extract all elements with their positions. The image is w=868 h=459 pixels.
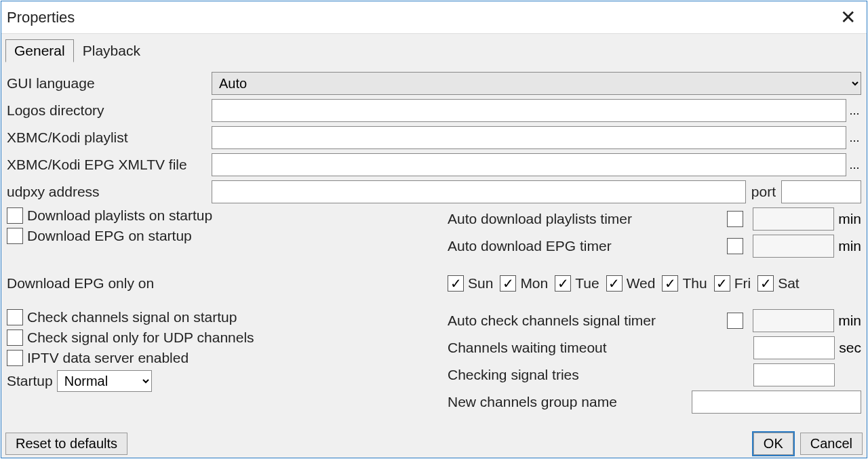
sec-unit: sec [839, 340, 861, 356]
day-sun-label: Sun [468, 275, 493, 292]
close-icon[interactable]: ✕ [835, 8, 861, 27]
auto-check-signal-spinner[interactable]: ▲▼ [753, 309, 834, 332]
day-sat-label: Sat [778, 275, 800, 292]
logos-dir-label: Logos directory [7, 102, 212, 119]
iptv-server-checkbox[interactable] [7, 350, 23, 366]
kodi-epg-browse-button[interactable]: ... [848, 158, 861, 172]
kodi-playlist-label: XBMC/Kodi playlist [7, 129, 212, 146]
days-group: Sun Mon Tue Wed Thu Fri Sat [448, 275, 861, 292]
kodi-epg-label: XBMC/Kodi EPG XMLTV file [7, 157, 212, 173]
auto-dl-epg-spinner[interactable]: ▲▼ [753, 235, 834, 258]
check-udp-label: Check signal only for UDP channels [27, 330, 254, 346]
auto-dl-epg-label: Auto download EPG timer [448, 238, 727, 254]
day-sat-checkbox[interactable] [757, 275, 774, 292]
logos-dir-browse-button[interactable]: ... [848, 104, 861, 118]
day-fri-label: Fri [734, 275, 751, 292]
auto-dl-playlists-checkbox[interactable] [727, 211, 743, 227]
window-title: Properties [7, 9, 835, 26]
tab-general[interactable]: General [5, 39, 74, 62]
day-thu-label: Thu [682, 275, 707, 292]
min-unit: min [838, 238, 861, 254]
min-unit: min [838, 211, 861, 227]
gui-language-select[interactable]: Auto [212, 72, 861, 95]
auto-check-signal-checkbox[interactable] [727, 313, 743, 329]
properties-window: Properties ✕ General Playback GUI langua… [1, 1, 867, 458]
kodi-playlist-browse-button[interactable]: ... [848, 131, 861, 145]
day-wed-checkbox[interactable] [606, 275, 623, 292]
day-wed-label: Wed [627, 275, 656, 292]
day-mon-checkbox[interactable] [500, 275, 516, 292]
day-mon-label: Mon [520, 275, 548, 292]
min-unit: min [838, 313, 861, 329]
auto-dl-epg-checkbox[interactable] [727, 238, 743, 254]
tab-content-general: GUI language Auto Logos directory ... XB… [5, 66, 863, 425]
check-udp-checkbox[interactable] [7, 330, 23, 346]
udpxy-input[interactable] [212, 180, 746, 203]
day-tue-checkbox[interactable] [555, 275, 571, 292]
auto-dl-playlists-spinner[interactable]: ▲▼ [753, 207, 834, 231]
new-group-label: New channels group name [448, 394, 692, 410]
new-group-input[interactable] [692, 391, 861, 414]
titlebar: Properties ✕ [1, 1, 867, 34]
udpxy-label: udpxy address [7, 184, 212, 200]
auto-check-signal-label: Auto check channels signal timer [448, 313, 727, 329]
day-fri-checkbox[interactable] [714, 275, 730, 292]
ch-waiting-spinner[interactable]: ▲▼ [753, 336, 835, 359]
day-tue-label: Tue [575, 275, 599, 292]
auto-dl-playlists-label: Auto download playlists timer [448, 211, 727, 227]
cancel-button[interactable]: Cancel [800, 433, 863, 455]
startup-select[interactable]: Normal [57, 370, 152, 392]
dl-epg-checkbox[interactable] [7, 228, 23, 244]
gui-language-label: GUI language [7, 75, 212, 92]
dl-epg-only-label: Download EPG only on [7, 275, 154, 292]
iptv-server-label: IPTV data server enabled [27, 350, 189, 366]
day-thu-checkbox[interactable] [662, 275, 678, 292]
port-input[interactable] [781, 180, 861, 203]
tab-playback[interactable]: Playback [74, 39, 149, 62]
kodi-epg-input[interactable] [212, 153, 846, 176]
day-sun-checkbox[interactable] [448, 275, 464, 292]
check-tries-spinner[interactable]: ▲▼ [753, 363, 835, 386]
dl-epg-label: Download EPG on startup [27, 228, 192, 244]
reset-button[interactable]: Reset to defaults [5, 433, 127, 455]
logos-dir-input[interactable] [212, 99, 846, 122]
check-tries-label: Checking signal tries [448, 367, 753, 383]
footer: Reset to defaults OK Cancel [5, 433, 863, 455]
dl-playlists-checkbox[interactable] [7, 207, 23, 224]
port-label: port [751, 184, 776, 200]
dl-playlists-label: Download playlists on startup [27, 207, 212, 224]
check-signal-label: Check channels signal on startup [27, 309, 237, 325]
startup-label: Startup [7, 373, 53, 389]
check-signal-checkbox[interactable] [7, 309, 23, 325]
tabbar: General Playback [1, 34, 867, 62]
kodi-playlist-input[interactable] [212, 126, 846, 149]
ch-waiting-label: Channels waiting timeout [448, 340, 753, 356]
ok-button[interactable]: OK [753, 433, 793, 455]
